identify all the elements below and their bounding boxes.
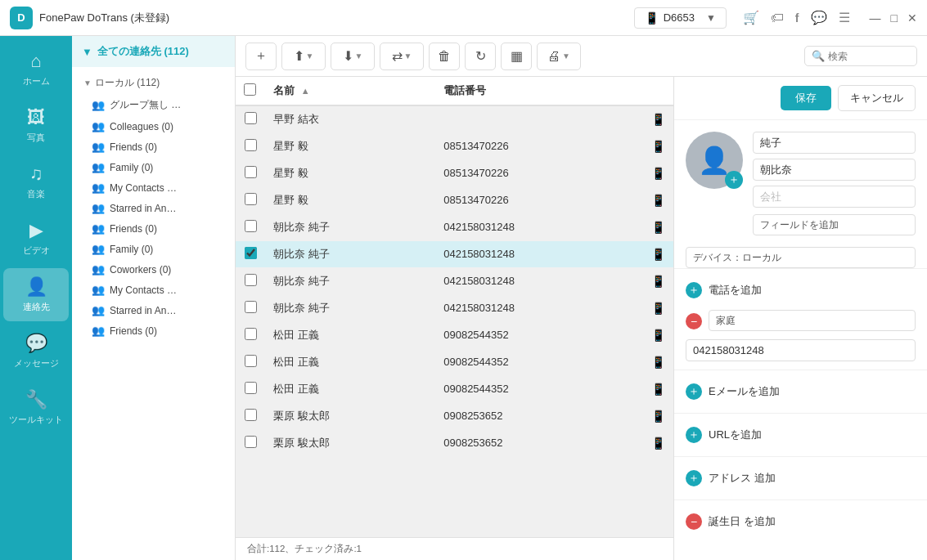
sidebar-item-video[interactable]: ▶ ビデオ [3,212,69,265]
nav-item-friends-2[interactable]: 👥 Friends (0) [72,218,235,239]
sidebar-item-home[interactable]: ⌂ ホーム [3,43,69,96]
sidebar-item-photo[interactable]: 🖼 写真 [3,99,69,152]
row-checkbox-cell[interactable] [236,376,265,403]
field-add-select[interactable]: フィールドを追加 [753,214,916,235]
nav-item-coworkers[interactable]: 👥 Coworkers (0) [72,259,235,280]
export-button[interactable]: ⬇ ▼ [331,43,375,70]
row-checkbox-cell[interactable] [236,105,265,133]
sidebar-item-contacts[interactable]: 👤 連絡先 [3,268,69,321]
minimize-button[interactable]: — [870,11,881,25]
row-checkbox-cell[interactable] [236,349,265,376]
cancel-button[interactable]: キャンセル [838,85,916,111]
table-row[interactable]: 栗原 駿太郎 0908253652 📱 [236,403,673,430]
sidebar-item-toolkit[interactable]: 🔧 ツールキット [3,381,69,434]
row-checkbox[interactable] [245,409,257,421]
tag-icon[interactable]: 🏷 [771,11,784,25]
first-name-input[interactable] [753,132,916,154]
nav-item-colleagues[interactable]: 👥 Colleagues (0) [72,116,235,137]
table-row[interactable]: 朝比奈 純子 042158031248 📱 [236,241,673,268]
row-checkbox-cell[interactable] [236,133,265,160]
table-row[interactable]: 栗原 駿太郎 0908253652 📱 [236,430,673,457]
row-checkbox[interactable] [245,220,257,232]
table-row[interactable]: 朝比奈 純子 042158031248 📱 [236,295,673,322]
row-checkbox[interactable] [245,193,257,205]
table-row[interactable]: 星野 毅 08513470226 📱 [236,133,673,160]
table-row[interactable]: 朝比奈 純子 042158031248 📱 [236,268,673,295]
add-phone-icon[interactable]: ＋ [686,282,702,298]
sort-name-icon[interactable]: ▲ [301,86,310,96]
table-row[interactable]: 松田 正義 09082544352 📱 [236,322,673,349]
col-checkbox-header[interactable] [236,77,265,105]
chat-icon[interactable]: 💬 [811,10,827,25]
row-checkbox[interactable] [245,166,257,178]
row-checkbox[interactable] [245,247,257,259]
row-checkbox[interactable] [245,274,257,286]
grid-button[interactable]: ▦ [501,43,532,70]
row-checkbox-cell[interactable] [236,295,265,322]
nav-item-friends-3[interactable]: 👥 Friends (0) [72,320,235,341]
import-button[interactable]: ⬆ ▼ [281,43,326,70]
row-checkbox-cell[interactable] [236,214,265,241]
nav-item-starred-2[interactable]: 👥 Starred in An… [72,300,235,320]
cart-icon[interactable]: 🛒 [743,10,759,25]
transfer-button[interactable]: ⇄ ▼ [380,43,424,70]
phone-type-select[interactable]: 家庭 [709,310,916,331]
company-input[interactable] [753,186,916,208]
nav-group-local[interactable]: ▼ ローカル (112) [72,72,235,94]
table-row[interactable]: 朝比奈 純子 042158031248 📱 [236,214,673,241]
table-row[interactable]: 早野 結衣 📱 [236,105,673,133]
save-button[interactable]: 保存 [781,86,831,110]
table-row[interactable]: 星野 毅 08513470226 📱 [236,160,673,187]
row-checkbox[interactable] [245,382,257,394]
nav-item-family-2[interactable]: 👥 Family (0) [72,239,235,259]
menu-icon[interactable]: ☰ [839,10,850,25]
row-checkbox-cell[interactable] [236,403,265,430]
select-all-checkbox[interactable] [244,83,256,96]
row-checkbox-cell[interactable] [236,322,265,349]
nav-item-family-1[interactable]: 👥 Family (0) [72,157,235,177]
last-name-input[interactable] [753,159,916,181]
add-email-icon[interactable]: ＋ [686,383,702,400]
nav-item-mycontacts-2[interactable]: 👥 My Contacts … [72,280,235,300]
nav-item-mycontacts-1[interactable]: 👥 My Contacts … [72,177,235,198]
nav-item-starred-1[interactable]: 👥 Starred in An… [72,198,235,218]
close-button[interactable]: ✕ [907,11,917,25]
add-button[interactable]: ＋ [245,43,277,70]
phone-value-input[interactable] [686,339,916,361]
avatar-add-button[interactable]: ＋ [725,171,743,189]
add-address-icon[interactable]: ＋ [686,470,702,486]
facebook-icon[interactable]: f [795,11,799,25]
remove-birthday-icon[interactable]: − [686,513,702,530]
row-checkbox-cell[interactable] [236,268,265,295]
print-button[interactable]: 🖨 ▼ [537,43,581,70]
nav-header[interactable]: ▼ 全ての連絡先 (112) [72,36,235,67]
row-checkbox[interactable] [245,139,257,151]
device-select[interactable]: デバイス：ローカル [686,247,916,268]
remove-phone-icon[interactable]: − [686,313,702,329]
nav-item-no-group[interactable]: 👥 グループ無し … [72,94,235,116]
row-checkbox[interactable] [245,301,257,313]
row-checkbox-cell[interactable] [236,241,265,268]
table-row[interactable]: 星野 毅 08513470226 📱 [236,187,673,214]
nav-item-friends-1[interactable]: 👥 Friends (0) [72,137,235,157]
search-box[interactable]: 🔍 [804,46,917,66]
row-checkbox[interactable] [245,355,257,367]
sidebar-item-music[interactable]: ♫ 音楽 [3,155,69,208]
row-checkbox-cell[interactable] [236,187,265,214]
col-name-header[interactable]: 名前 ▲ [265,77,435,105]
refresh-button[interactable]: ↻ [465,43,496,70]
col-phone-header[interactable]: 電話番号 [435,77,673,105]
row-checkbox[interactable] [245,328,257,340]
table-row[interactable]: 松田 正義 09082544352 📱 [236,349,673,376]
row-checkbox-cell[interactable] [236,160,265,187]
maximize-button[interactable]: □ [891,11,898,25]
sidebar-item-message[interactable]: 💬 メッセージ [3,325,69,378]
row-checkbox-cell[interactable] [236,430,265,457]
add-url-icon[interactable]: ＋ [686,427,702,443]
row-checkbox[interactable] [245,436,257,448]
row-checkbox[interactable] [245,112,257,124]
table-row[interactable]: 松田 正義 09082544352 📱 [236,376,673,403]
delete-button[interactable]: 🗑 [429,43,460,70]
device-selector[interactable]: 📱 D6653 ▼ [634,7,727,29]
search-input[interactable] [828,51,910,62]
